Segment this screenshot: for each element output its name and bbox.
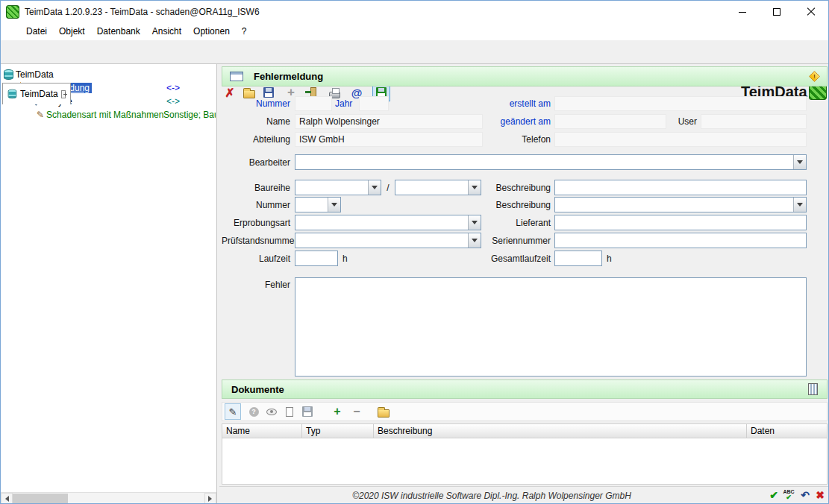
undo-icon: ↶ <box>801 490 810 500</box>
cancel-button[interactable]: ✖ <box>813 488 828 503</box>
chevron-down-icon <box>797 203 803 210</box>
seriennummer-input[interactable] <box>554 233 807 248</box>
tree-root-label[interactable]: TeimData <box>16 69 54 80</box>
column-header-daten[interactable]: Daten <box>747 423 828 438</box>
database-icon <box>8 89 17 99</box>
app-logo-icon <box>6 5 19 19</box>
tab-options-icon[interactable] <box>61 90 66 98</box>
laufzeit-label: Laufzeit <box>222 253 290 264</box>
form-header: Fehlermeldung ! <box>222 66 828 86</box>
app-window: TeimData 1.20.9.23 - TeimData - schaden@… <box>0 0 829 504</box>
dropdown-button[interactable] <box>793 198 806 212</box>
erstellt-am-field <box>554 96 807 111</box>
chevron-down-icon <box>797 160 803 167</box>
minimize-button[interactable] <box>725 1 760 23</box>
scroll-right-icon <box>208 496 215 502</box>
jahr-field <box>359 96 389 111</box>
gesamtlaufzeit-input[interactable] <box>554 251 602 266</box>
nummer2-combobox[interactable] <box>295 197 341 212</box>
close-icon <box>807 7 816 16</box>
user-label: User <box>669 116 697 127</box>
dropdown-button[interactable] <box>793 155 806 169</box>
close-button[interactable] <box>794 1 828 23</box>
telefon-label: Telefon <box>446 134 551 145</box>
doc-edit-button[interactable]: ✎ <box>225 403 241 420</box>
fehler-textarea[interactable] <box>295 277 807 377</box>
tree-node-label[interactable]: Schadensart mit Maßnahmen <box>46 110 163 120</box>
dokumente-table-body[interactable] <box>222 438 828 485</box>
toolbar-strip: TeimData Adressen Tutorial Re ✗ + @ <box>1 40 828 64</box>
fehler-label: Fehler <box>222 280 290 290</box>
doc-preview-button[interactable] <box>263 403 280 420</box>
column-header-beschreibung[interactable]: Beschreibung <box>374 423 747 438</box>
undo-button[interactable]: ↶ <box>798 488 813 503</box>
check-icon: ✔ <box>769 490 778 500</box>
doc-open-button[interactable] <box>375 403 392 420</box>
geaendert-am-field <box>554 114 666 129</box>
menu-datei[interactable]: Datei <box>20 23 53 40</box>
database-icon <box>4 69 13 80</box>
scroll-left-button[interactable] <box>1 493 13 504</box>
remove-icon: − <box>353 405 360 418</box>
maximize-button[interactable] <box>760 1 794 23</box>
scrollbar-thumb[interactable] <box>13 494 68 503</box>
doc-add-button[interactable]: + <box>329 403 345 420</box>
beschreibung2-combobox[interactable] <box>554 197 807 212</box>
maximize-icon <box>773 8 780 16</box>
doc-remove-button[interactable]: − <box>348 403 365 420</box>
doc-help-button[interactable]: ? <box>245 403 262 420</box>
bearbeiter-combobox[interactable] <box>295 154 807 170</box>
dropdown-button[interactable] <box>328 198 340 212</box>
report-icon <box>808 383 818 395</box>
column-header-name[interactable]: Name <box>222 423 302 438</box>
edit-icon: ✎ <box>229 406 237 418</box>
dropdown-button[interactable] <box>368 180 381 195</box>
menu-optionen[interactable]: Optionen <box>187 23 236 40</box>
horizontal-scrollbar[interactable] <box>1 492 216 504</box>
tab-teimdata[interactable]: TeimData <box>2 83 71 104</box>
menu-datenbank[interactable]: Datenbank <box>91 23 146 40</box>
lieferant-input[interactable] <box>554 215 807 230</box>
nummer-label: Nummer <box>222 98 290 109</box>
tree-root-row[interactable]: TeimData <box>4 68 54 81</box>
dokumente-header: Dokumente <box>222 379 828 399</box>
beschreibung1-input[interactable] <box>554 180 807 195</box>
menu-hilfe[interactable]: ? <box>236 23 253 40</box>
scroll-right-button[interactable] <box>204 493 216 504</box>
form-icon <box>230 72 243 81</box>
erprobungsart-label: Erprobungsart <box>222 218 290 228</box>
beschreibung1-label: Beschreibung <box>446 183 551 193</box>
scroll-left-icon <box>2 496 9 502</box>
lieferant-label: Lieferant <box>446 218 551 228</box>
open-folder-icon <box>243 90 255 98</box>
gesamtlaufzeit-unit: h <box>607 253 616 264</box>
open-folder-icon <box>378 409 390 418</box>
eye-icon <box>266 409 277 415</box>
doc-save-button[interactable] <box>299 403 316 420</box>
document-icon <box>286 407 293 417</box>
menu-objekt[interactable]: Objekt <box>53 23 91 40</box>
user-field <box>701 114 807 129</box>
minimize-icon <box>739 12 746 13</box>
tab-label: TeimData <box>20 89 58 99</box>
name-label: Name <box>222 116 290 127</box>
pencil-icon: ✎ <box>37 110 44 119</box>
doc-copy-button[interactable] <box>281 403 298 420</box>
tree-node-value: <-> <box>166 96 180 107</box>
dokumente-title: Dokumente <box>231 384 284 395</box>
baureihe-combobox[interactable] <box>295 180 381 195</box>
telefon-field <box>554 132 807 147</box>
spellcheck-button[interactable]: ABC ✔ <box>781 488 796 503</box>
menu-ansicht[interactable]: Ansicht <box>146 23 187 40</box>
baureihe-label: Baureihe <box>222 183 290 193</box>
seriennummer-label: Seriennummer <box>446 236 551 246</box>
tree-row-schadensart[interactable]: ✎ Schadensart mit Maßnahmen <box>37 108 163 121</box>
laufzeit-input[interactable] <box>295 251 338 266</box>
jahr-label: Jahr <box>335 98 356 109</box>
confirm-button[interactable]: ✔ <box>766 488 781 503</box>
tree-node-value: Sonstige; Bau <box>163 110 216 120</box>
column-header-typ[interactable]: Typ <box>302 423 374 438</box>
add-icon: + <box>334 405 340 418</box>
navigation-panel <box>1 64 217 504</box>
beschreibung2-label: Beschreibung <box>446 200 551 210</box>
